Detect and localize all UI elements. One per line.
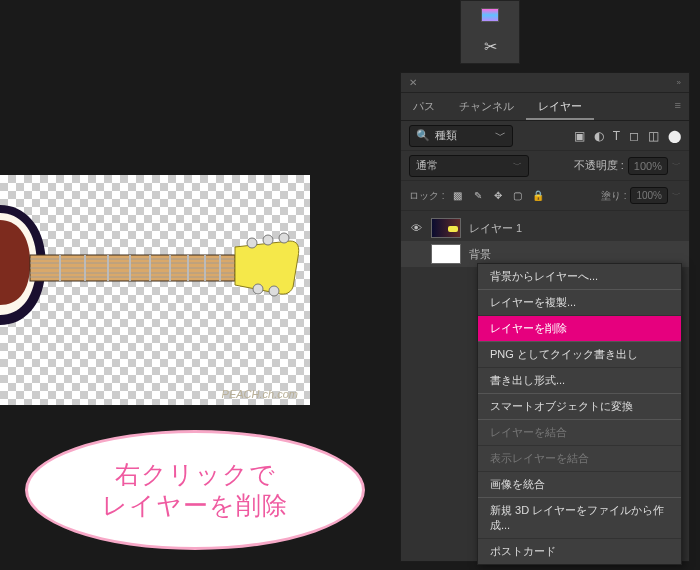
opacity-label: 不透明度 : <box>574 158 624 173</box>
visibility-icon[interactable]: 👁 <box>409 222 423 234</box>
lock-move-icon[interactable]: ✥ <box>491 190 505 201</box>
layer-name[interactable]: 背景 <box>469 247 491 262</box>
layer-name[interactable]: レイヤー 1 <box>469 221 522 236</box>
guitar-image <box>0 205 310 365</box>
tab-channels[interactable]: チャンネル <box>447 93 526 120</box>
bubble-line1: 右クリックで <box>115 460 276 488</box>
watermark-text: PEACH.ch.com <box>222 388 298 400</box>
chevron-down-icon: ﹀ <box>672 159 681 172</box>
menu-quick-export-png[interactable]: PNG としてクイック書き出し <box>478 341 681 367</box>
search-icon: 🔍 <box>416 129 430 142</box>
filter-toggle-icon[interactable]: ⬤ <box>668 129 681 143</box>
lock-all-icon[interactable]: 🔒 <box>531 190 545 201</box>
fill-value[interactable]: 100% <box>630 187 668 204</box>
svg-point-18 <box>279 233 289 243</box>
menu-delete-layer[interactable]: レイヤーを削除 <box>478 315 681 341</box>
filter-shape-icon[interactable]: ◻ <box>629 129 639 143</box>
lock-transparent-icon[interactable]: ▩ <box>451 190 465 201</box>
menu-duplicate-layer[interactable]: レイヤーを複製... <box>478 289 681 315</box>
layer-context-menu: 背景からレイヤーへ... レイヤーを複製... レイヤーを削除 PNG としてク… <box>477 263 682 565</box>
opacity-value[interactable]: 100% <box>628 157 668 175</box>
layer-thumbnail[interactable] <box>431 244 461 264</box>
menu-new-3d-layer[interactable]: 新規 3D レイヤーをファイルから作成... <box>478 497 681 538</box>
scissor-icon[interactable]: ✂ <box>484 37 497 56</box>
layer-filter-input[interactable] <box>435 130 490 142</box>
chevron-down-icon: ﹀ <box>495 128 506 143</box>
bubble-line2: レイヤーを削除 <box>102 491 288 519</box>
menu-export-as[interactable]: 書き出し形式... <box>478 367 681 393</box>
svg-point-17 <box>263 235 273 245</box>
lock-label: ロック : <box>409 189 445 203</box>
lock-paint-icon[interactable]: ✎ <box>471 190 485 201</box>
blend-mode-value: 通常 <box>416 158 438 173</box>
menu-bg-to-layer[interactable]: 背景からレイヤーへ... <box>478 264 681 289</box>
filter-image-icon[interactable]: ▣ <box>574 129 585 143</box>
panel-close-icon[interactable]: ✕ <box>409 77 417 88</box>
layer-row[interactable]: 👁 レイヤー 1 <box>401 215 689 241</box>
menu-merge-layers: レイヤーを結合 <box>478 419 681 445</box>
lock-artboard-icon[interactable]: ▢ <box>511 190 525 201</box>
menu-postcard[interactable]: ポストカード <box>478 538 681 564</box>
menu-convert-smart-object[interactable]: スマートオブジェクトに変換 <box>478 393 681 419</box>
svg-point-19 <box>253 284 263 294</box>
fill-label: 塗り : <box>601 189 627 203</box>
blend-mode-select[interactable]: 通常 ﹀ <box>409 155 529 177</box>
tab-layers[interactable]: レイヤー <box>526 93 594 120</box>
svg-point-20 <box>269 286 279 296</box>
svg-point-16 <box>247 238 257 248</box>
chevron-down-icon: ﹀ <box>513 159 522 172</box>
annotation-bubble: 右クリックで レイヤーを削除 <box>25 430 365 550</box>
filter-smart-icon[interactable]: ◫ <box>648 129 659 143</box>
gradient-swatch[interactable] <box>481 8 499 22</box>
tab-paths[interactable]: パス <box>401 93 447 120</box>
layer-thumbnail[interactable] <box>431 218 461 238</box>
panel-menu-icon[interactable]: » <box>677 78 681 87</box>
filter-type-icon[interactable]: T <box>613 129 620 143</box>
menu-merge-visible: 表示レイヤーを結合 <box>478 445 681 471</box>
layer-filter-select[interactable]: 🔍 ﹀ <box>409 125 513 147</box>
document-canvas[interactable]: PEACH.ch.com <box>0 175 310 405</box>
menu-flatten-image[interactable]: 画像を統合 <box>478 471 681 497</box>
filter-type-icons: ▣ ◐ T ◻ ◫ ⬤ <box>574 129 681 143</box>
chevron-down-icon: ﹀ <box>672 189 681 202</box>
panel-options-icon[interactable]: ≡ <box>667 93 689 120</box>
filter-adjust-icon[interactable]: ◐ <box>594 129 604 143</box>
